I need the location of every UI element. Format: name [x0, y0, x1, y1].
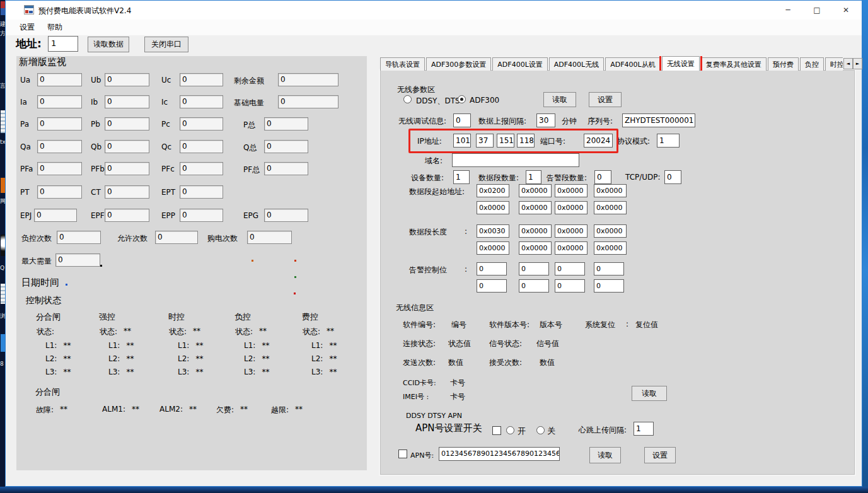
monitor-field-Pc[interactable]: 0 [180, 117, 223, 130]
monitor-field-EPT[interactable]: 0 [180, 185, 223, 199]
radio-adf300[interactable] [458, 95, 466, 103]
tab-ADF400L无线[interactable]: ADF400L无线 [549, 57, 604, 71]
alarm-ctrl-field[interactable]: 0 [519, 262, 549, 276]
domain-field[interactable] [452, 153, 579, 167]
monitor-field-Ia[interactable]: 0 [37, 95, 82, 108]
read-data-button[interactable]: 读取数据 [88, 37, 129, 52]
monitor-field-PF总[interactable]: 0 [264, 162, 308, 175]
close-serial-button[interactable]: 关闭串口 [144, 37, 188, 52]
tab-预付费[interactable]: 预付费 [768, 57, 799, 71]
apn-read-button[interactable]: 读取 [589, 447, 621, 463]
tab-scroll-right-icon[interactable]: ► [853, 58, 862, 69]
apn-switch-checkbox[interactable] [492, 426, 501, 435]
seg-len-field[interactable]: 0x0000 [555, 224, 587, 238]
seg-start-field[interactable]: 0x0000 [477, 201, 509, 214]
tab-无线设置[interactable]: 无线设置 [662, 56, 700, 71]
monitor-field-Ua[interactable]: 0 [37, 73, 82, 86]
ip-octet2-field[interactable]: 37 [476, 134, 494, 148]
device-count-field[interactable]: 1 [453, 170, 470, 184]
close-button[interactable]: ✕ [831, 1, 860, 20]
port-field[interactable]: 20024 [584, 134, 613, 148]
monitor-field-Pa[interactable]: 0 [37, 117, 82, 130]
monitor-field-P总[interactable]: 0 [264, 117, 308, 130]
monitor-field-剩余金额[interactable]: 0 [278, 73, 339, 86]
monitor-field-负控次数[interactable]: 0 [57, 231, 101, 244]
monitor-field-最大需量[interactable]: 0 [55, 253, 100, 267]
alarm-ctrl-field[interactable]: 0 [477, 262, 507, 276]
monitor-field-EPG[interactable]: 0 [264, 209, 308, 222]
monitor-field-PT[interactable]: 0 [37, 185, 82, 199]
monitor-field-Qc[interactable]: 0 [180, 140, 223, 153]
seg-len-field[interactable]: 0x0000 [594, 241, 627, 255]
protocol-mode-field[interactable]: 1 [657, 134, 680, 148]
info-read-button[interactable]: 读取 [632, 386, 667, 401]
monitor-field-Qa[interactable]: 0 [37, 140, 82, 153]
monitor-field-Q总[interactable]: 0 [264, 140, 308, 153]
seg-len-field[interactable]: 0x0000 [519, 241, 552, 255]
apn-checkbox[interactable] [398, 450, 407, 458]
seg-start-field[interactable]: 0x0000 [594, 201, 627, 214]
wireless-set-button[interactable]: 设置 [589, 92, 622, 107]
monitor-field-购电次数[interactable]: 0 [247, 231, 292, 244]
minimize-button[interactable]: ─ [773, 1, 802, 20]
monitor-field-Ub[interactable]: 0 [105, 73, 149, 86]
alarm-ctrl-field[interactable]: 0 [519, 279, 549, 293]
tab-负控[interactable]: 负控 [800, 57, 824, 71]
alarm-seg-count-field[interactable]: 0 [594, 170, 611, 184]
seg-start-field[interactable]: 0x0000 [594, 184, 627, 197]
tab-复费率及其他设置[interactable]: 复费率及其他设置 [701, 57, 767, 71]
monitor-field-PFc[interactable]: 0 [180, 162, 223, 175]
apn-set-button[interactable]: 设置 [644, 447, 676, 463]
tab-ADF300参数设置[interactable]: ADF300参数设置 [426, 57, 491, 71]
heartbeat-field[interactable]: 1 [634, 422, 654, 436]
monitor-field-EPP[interactable]: 0 [180, 209, 223, 222]
monitor-field-Ib[interactable]: 0 [105, 95, 149, 108]
monitor-field-基础电量[interactable]: 0 [278, 95, 339, 108]
report-interval-field[interactable]: 30 [536, 113, 555, 127]
monitor-field-PFb[interactable]: 0 [105, 162, 149, 175]
ip-octet1-field[interactable]: 101 [453, 134, 471, 148]
data-seg-count-field[interactable]: 1 [526, 170, 541, 184]
seg-len-field[interactable]: 0x0000 [555, 241, 587, 255]
tab-ADF400L从机[interactable]: ADF400L从机 [605, 57, 660, 71]
apn-field[interactable]: 012345678901234567890123456789 [439, 447, 560, 461]
monitor-field-允许次数[interactable]: 0 [155, 231, 198, 244]
seg-start-field[interactable]: 0x0200 [477, 184, 509, 197]
seg-start-field[interactable]: 0x0000 [519, 184, 552, 197]
tab-ADF400L设置[interactable]: ADF400L设置 [492, 57, 547, 71]
menu-settings[interactable]: 设置 [13, 20, 41, 35]
seg-len-field[interactable]: 0x0000 [477, 241, 509, 255]
menu-help[interactable]: 帮助 [41, 20, 69, 35]
seg-start-field[interactable]: 0x0000 [555, 184, 587, 197]
monitor-field-EPJ[interactable]: 0 [34, 209, 77, 222]
ip-octet4-field[interactable]: 118 [517, 134, 535, 148]
seg-len-field[interactable]: 0x0030 [477, 224, 509, 238]
radio-ddsy-dtsy[interactable] [403, 95, 412, 103]
serial-number-field[interactable]: ZHYDTEST000001 [622, 113, 695, 127]
monitor-field-EPF[interactable]: 0 [105, 209, 149, 222]
alarm-ctrl-field[interactable]: 0 [555, 262, 585, 276]
wireless-read-button[interactable]: 读取 [543, 92, 576, 107]
maximize-button[interactable]: □ [802, 1, 831, 20]
tcp-udp-field[interactable]: 0 [664, 170, 681, 184]
seg-start-field[interactable]: 0x0000 [555, 201, 587, 214]
monitor-field-PFa[interactable]: 0 [37, 162, 82, 175]
alarm-ctrl-field[interactable]: 0 [477, 279, 507, 293]
apn-on-radio[interactable] [506, 426, 514, 434]
seg-len-field[interactable]: 0x0000 [519, 224, 552, 238]
alarm-ctrl-field[interactable]: 0 [594, 262, 624, 276]
tab-时控[interactable]: 时控 [825, 57, 843, 71]
monitor-field-Pb[interactable]: 0 [105, 117, 149, 130]
seg-len-field[interactable]: 0x0000 [594, 224, 627, 238]
tab-scroll-left-icon[interactable]: ◄ [843, 58, 853, 69]
alarm-ctrl-field[interactable]: 0 [594, 279, 624, 293]
address-input[interactable]: 1 [48, 36, 78, 52]
monitor-field-Ic[interactable]: 0 [180, 95, 223, 108]
tab-导轨表设置[interactable]: 导轨表设置 [380, 57, 425, 71]
ip-octet3-field[interactable]: 151 [497, 134, 514, 148]
apn-off-radio[interactable] [536, 426, 545, 434]
debug-info-field[interactable]: 0 [453, 113, 471, 127]
alarm-ctrl-field[interactable]: 0 [555, 279, 585, 293]
seg-start-field[interactable]: 0x0000 [519, 201, 552, 214]
monitor-field-CT[interactable]: 0 [105, 185, 149, 199]
